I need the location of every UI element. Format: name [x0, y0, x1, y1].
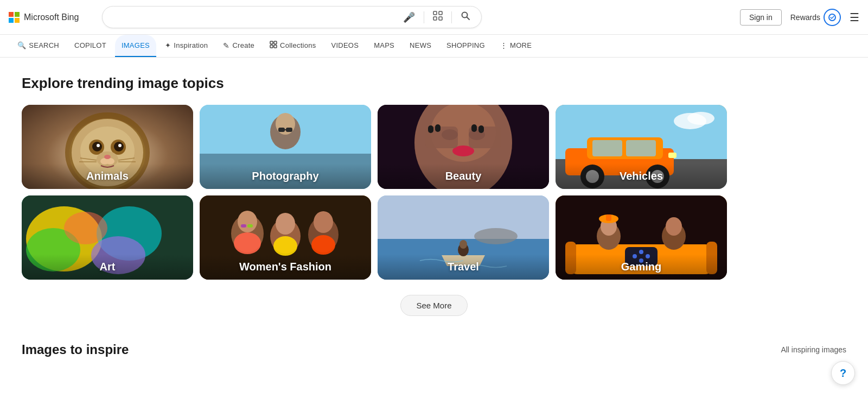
- svg-point-77: [311, 235, 335, 255]
- svg-point-74: [273, 236, 297, 256]
- search-divider: [424, 11, 424, 23]
- inspiration-icon: ✦: [165, 41, 171, 49]
- header-right: Sign in Rewards ☰: [740, 9, 859, 26]
- create-icon: ✎: [223, 41, 229, 50]
- svg-point-69: [234, 232, 261, 254]
- see-more-button[interactable]: See More: [400, 295, 467, 316]
- svg-rect-70: [241, 224, 246, 228]
- navigation: 🔍 SEARCH COPILOT IMAGES ✦ Inspiration ✎ …: [0, 35, 868, 58]
- topic-card-travel[interactable]: Travel: [378, 195, 549, 280]
- visual-search-button[interactable]: [431, 10, 445, 24]
- svg-point-65: [64, 212, 107, 244]
- svg-rect-7: [270, 41, 273, 44]
- topic-grid: Animals Photography: [22, 105, 727, 280]
- svg-point-22: [104, 155, 111, 159]
- svg-point-82: [459, 240, 467, 249]
- nav-item-videos[interactable]: VIDEOS: [324, 35, 365, 57]
- svg-rect-8: [274, 41, 277, 44]
- search-input[interactable]: [111, 12, 397, 22]
- topic-card-animals[interactable]: Animals: [22, 105, 193, 189]
- rewards-badge: [824, 9, 841, 26]
- nav-item-copilot[interactable]: COPILOT: [68, 35, 113, 57]
- rewards-label: Rewards: [790, 13, 820, 22]
- svg-rect-10: [274, 45, 277, 48]
- nav-item-news[interactable]: NEWS: [403, 35, 438, 57]
- svg-rect-33: [286, 128, 292, 132]
- topic-card-art[interactable]: Art: [22, 195, 193, 280]
- svg-rect-71: [247, 224, 253, 228]
- nav-item-search[interactable]: 🔍 SEARCH: [11, 35, 66, 57]
- logo-text: Microsoft Bing: [24, 12, 79, 22]
- inspire-title: Images to inspire: [22, 342, 129, 357]
- nav-item-create[interactable]: ✎ Create: [216, 35, 261, 57]
- nav-item-images[interactable]: IMAGES: [115, 35, 156, 57]
- womens-fashion-label: Women's Fashion: [200, 254, 371, 280]
- svg-point-73: [276, 213, 295, 235]
- gaming-label: Gaming: [556, 254, 727, 280]
- svg-point-76: [314, 211, 333, 233]
- nav-item-maps[interactable]: MAPS: [367, 35, 401, 57]
- svg-rect-59: [668, 153, 676, 158]
- svg-rect-46: [478, 125, 484, 133]
- svg-rect-0: [433, 11, 437, 15]
- search-nav-icon: 🔍: [17, 41, 26, 49]
- svg-rect-97: [606, 214, 611, 221]
- svg-point-31: [276, 113, 295, 135]
- photography-label: Photography: [200, 163, 371, 189]
- beauty-label: Beauty: [378, 163, 549, 189]
- svg-rect-45: [471, 124, 477, 132]
- nav-item-collections[interactable]: Collections: [263, 35, 322, 57]
- sign-in-button[interactable]: Sign in: [740, 9, 782, 26]
- svg-rect-53: [592, 140, 622, 156]
- nav-item-shopping[interactable]: SHOPPING: [440, 35, 492, 57]
- svg-point-49: [687, 112, 714, 125]
- inspire-header: Images to inspire All inspiring images: [0, 342, 868, 357]
- topic-card-gaming[interactable]: Gaming: [556, 195, 727, 280]
- header: Microsoft Bing 🎤 Sign in Rewards: [0, 0, 868, 35]
- vehicles-label: Vehicles: [556, 163, 727, 189]
- topic-card-vehicles[interactable]: Vehicles: [556, 105, 727, 189]
- rewards-area[interactable]: Rewards: [790, 9, 841, 26]
- search-divider-2: [451, 11, 452, 23]
- search-button[interactable]: [458, 10, 473, 24]
- svg-line-5: [467, 17, 470, 20]
- topic-card-photography[interactable]: Photography: [200, 105, 371, 189]
- svg-rect-44: [435, 124, 441, 132]
- art-label: Art: [22, 254, 193, 280]
- svg-point-93: [639, 250, 643, 254]
- search-bar[interactable]: 🎤: [102, 6, 482, 28]
- svg-point-18: [118, 144, 122, 147]
- svg-rect-32: [278, 128, 285, 132]
- logo-area: Microsoft Bing: [9, 12, 95, 23]
- svg-rect-9: [270, 45, 273, 48]
- main-content: Explore trending image topics: [0, 58, 868, 342]
- nav-item-more[interactable]: ⋮ MORE: [494, 35, 538, 57]
- svg-rect-54: [626, 140, 656, 156]
- animals-label: Animals: [22, 163, 193, 189]
- svg-point-17: [97, 144, 100, 147]
- microphone-button[interactable]: 🎤: [401, 10, 417, 24]
- svg-point-68: [238, 211, 257, 232]
- svg-rect-43: [428, 125, 433, 133]
- menu-button[interactable]: ☰: [850, 11, 859, 24]
- svg-rect-78: [378, 195, 549, 239]
- svg-point-90: [666, 217, 682, 236]
- trending-title: Explore trending image topics: [22, 75, 846, 92]
- svg-point-80: [474, 228, 518, 244]
- svg-rect-2: [433, 17, 437, 20]
- collections-icon: [270, 41, 277, 50]
- svg-rect-1: [439, 11, 442, 15]
- travel-label: Travel: [378, 254, 549, 280]
- microsoft-logo: [9, 12, 20, 23]
- nav-item-inspiration[interactable]: ✦ Inspiration: [158, 35, 214, 57]
- topic-card-womens-fashion[interactable]: Women's Fashion: [200, 195, 371, 280]
- svg-rect-3: [439, 17, 442, 20]
- help-button[interactable]: ?: [831, 361, 855, 362]
- all-inspiring-link[interactable]: All inspiring images: [781, 345, 846, 354]
- see-more-container: See More: [22, 295, 846, 316]
- more-icon: ⋮: [500, 41, 507, 49]
- topic-card-beauty[interactable]: Beauty: [378, 105, 549, 189]
